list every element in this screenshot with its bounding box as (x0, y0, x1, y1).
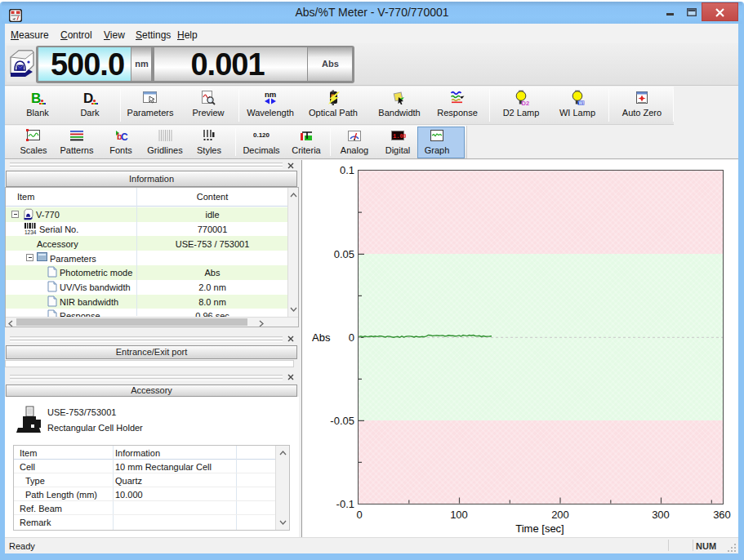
svg-text:1.00: 1.00 (393, 133, 406, 140)
svg-text:WI: WI (579, 100, 585, 105)
svg-text:0.120: 0.120 (253, 131, 270, 139)
svg-text:nm: nm (265, 90, 276, 99)
svg-text:C: C (121, 131, 128, 143)
svg-text:D2: D2 (522, 100, 530, 107)
svg-text:1234: 1234 (25, 229, 37, 235)
